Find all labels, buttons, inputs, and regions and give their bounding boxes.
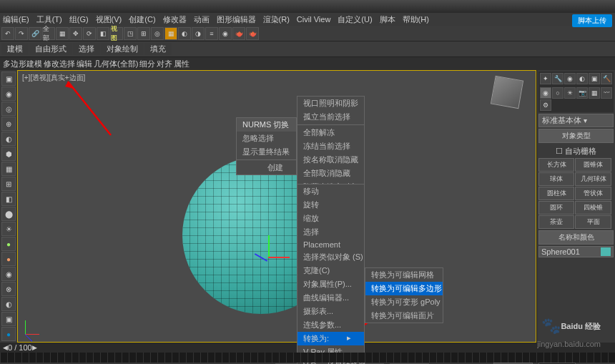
teapot-icon[interactable]: 🫖 [232, 27, 245, 40]
menu-item[interactable]: 忽略选择 [237, 132, 296, 145]
tool-icon[interactable]: 全部 [42, 27, 55, 40]
menu-item[interactable]: 显示量终结果 [237, 145, 296, 159]
menu-item[interactable]: 创建 [237, 161, 296, 174]
quad-menu-br[interactable]: 移动 旋转 缩放 选择 Placement 选择类似对象 (S) 克隆(C) 对… [297, 184, 365, 364]
menu-item[interactable]: 曲线编辑器... [297, 291, 364, 305]
lights-icon[interactable]: ☀ [564, 87, 576, 99]
menu-item[interactable]: 按名称取消隐藏 [297, 153, 364, 167]
menu-item[interactable]: 全部解冻 [297, 126, 364, 139]
menu-item[interactable]: 动画 [194, 14, 210, 25]
menu-item[interactable]: Placement [297, 239, 364, 250]
motion-tab-icon[interactable]: ◐ [576, 73, 588, 84]
shapes-icon[interactable]: ○ [552, 87, 564, 99]
menu-item[interactable]: 孤立当前选择 [297, 110, 364, 124]
subtab[interactable]: 细分 [139, 59, 155, 69]
tool-icon[interactable]: 🔗 [29, 27, 41, 40]
tool-icon[interactable]: ◐ [1, 132, 16, 146]
menu-item[interactable]: 创建(C) [129, 14, 155, 25]
menu-item-editable-poly[interactable]: 转换为可编辑多边形 [365, 282, 443, 295]
obj-btn[interactable]: 圆环 [538, 201, 574, 215]
tool-icon[interactable]: ⬢ [1, 147, 16, 161]
menu-item[interactable]: 连线参数... [297, 318, 364, 332]
menu-item[interactable]: Civil View [297, 15, 330, 24]
tool-icon[interactable]: ◐ [1, 297, 16, 311]
subtab[interactable]: 对齐 [157, 59, 172, 69]
menu-item[interactable]: 组(G) [69, 14, 89, 25]
menu-item[interactable]: 转换为可变形 gPoly [365, 295, 443, 309]
rollout-header[interactable]: 名称和颜色 [538, 230, 614, 245]
quad-menu-tl[interactable]: NURMS 切换 忽略选择 显示量终结果 创建 [236, 117, 297, 175]
obj-btn[interactable]: 圆锥体 [575, 158, 611, 172]
tool-icon[interactable]: ↶ [1, 27, 14, 40]
hierarchy-tab-icon[interactable]: ◉ [564, 73, 576, 84]
menu-item[interactable]: 修改器 [163, 14, 187, 25]
menu-item[interactable]: 冻结当前选择 [297, 139, 364, 153]
menu-item[interactable]: 帮助(H) [403, 14, 429, 25]
cameras-icon[interactable]: 📷 [576, 87, 588, 99]
modify-tab-icon[interactable]: 🔧 [552, 73, 564, 84]
menu-item[interactable]: 编辑(E) [3, 14, 29, 25]
tab[interactable]: 建模 [1, 43, 29, 55]
tool-icon[interactable]: ◑ [192, 27, 205, 40]
transform-gizmo[interactable] [254, 242, 282, 271]
spacewarps-icon[interactable]: 〰 [601, 87, 612, 99]
helpers-icon[interactable]: ▦ [589, 87, 600, 99]
tool-icon[interactable]: ◉ [1, 87, 16, 101]
autogrid-checkbox[interactable]: ☐ [556, 147, 565, 155]
tab[interactable]: 自由形式 [29, 43, 72, 55]
display-tab-icon[interactable]: ▣ [589, 73, 600, 84]
tool-icon[interactable]: ● [1, 327, 16, 341]
tool-icon[interactable]: ▦ [164, 27, 177, 40]
menu-item[interactable]: 选择 [297, 225, 364, 239]
menu-item[interactable]: 全部取消隐藏 [297, 167, 364, 180]
tool-icon[interactable]: ⟳ [83, 27, 96, 40]
subtab[interactable]: 多边形建模 [3, 59, 42, 69]
menu-item[interactable]: 转换为可编辑面片 [365, 309, 443, 323]
tool-icon[interactable]: ▣ [1, 312, 16, 326]
tool-icon[interactable]: ⊗ [1, 282, 16, 296]
viewport-label[interactable]: [+][透视][真实+边面] [22, 73, 85, 83]
obj-btn[interactable]: 几何球体 [575, 172, 611, 186]
menu-item[interactable]: 旋转 [297, 198, 364, 212]
tool-icon[interactable]: ◎ [151, 27, 164, 40]
tool-icon[interactable]: ↷ [15, 27, 28, 40]
obj-btn[interactable]: 平面 [575, 215, 611, 229]
upload-button[interactable]: 脚本上传 [572, 14, 612, 27]
tool-icon[interactable]: ⊞ [137, 27, 150, 40]
tool-icon[interactable]: ◧ [1, 192, 16, 206]
tab[interactable]: 对象绘制 [101, 43, 144, 55]
menu-item-convert[interactable]: 转换为:▸ [297, 332, 364, 345]
subtab[interactable]: 修改选择 [44, 59, 75, 69]
menu-item[interactable]: 转换为可编辑网格 [365, 268, 443, 282]
obj-btn[interactable]: 长方体 [538, 158, 574, 172]
tool-icon[interactable]: ◐ [178, 27, 191, 40]
menu-item[interactable]: 视口照明和阴影 [297, 97, 364, 110]
menu-item[interactable]: 脚本 [380, 14, 395, 25]
submenu-convert[interactable]: 转换为可编辑网格 转换为可编辑多边形 转换为可变形 gPoly 转换为可编辑面片 [365, 267, 443, 323]
tool-icon[interactable]: ◳ [124, 27, 137, 40]
rollout-header[interactable]: 对象类型 [538, 129, 614, 143]
tool-icon[interactable]: ◉ [1, 267, 16, 281]
menu-item[interactable]: 自定义(U) [338, 14, 372, 25]
viewcube[interactable] [491, 76, 523, 109]
obj-btn[interactable]: 管状体 [575, 187, 611, 200]
tab[interactable]: 填充 [144, 43, 172, 55]
tool-icon[interactable]: ◎ [1, 102, 16, 116]
geometry-icon[interactable]: ◉ [540, 87, 551, 99]
menu-item[interactable]: 工具(T) [36, 14, 62, 25]
obj-btn[interactable]: 圆柱体 [538, 187, 574, 200]
tool-icon[interactable]: ☀ [1, 222, 16, 236]
utilities-tab-icon[interactable]: 🔨 [601, 73, 612, 84]
menu-item[interactable]: 视图(V) [96, 14, 122, 25]
menu-item[interactable]: 选择类似对象 (S) [297, 250, 364, 264]
tool-icon[interactable]: ⊕ [1, 117, 16, 131]
render-icon[interactable]: 🫖 [246, 27, 259, 40]
subtab[interactable]: 几何体(全部) [94, 59, 138, 69]
obj-btn[interactable]: 茶壶 [538, 215, 574, 229]
menu-item[interactable]: 渲染(R) [263, 14, 290, 25]
systems-icon[interactable]: ⚙ [540, 99, 551, 111]
create-tab-icon[interactable]: ✦ [540, 73, 551, 84]
menu-item[interactable]: 克隆(C) [297, 264, 364, 277]
menu-item[interactable]: 对象属性(P)... [297, 277, 364, 291]
tool-icon[interactable]: ≡ [205, 27, 218, 40]
